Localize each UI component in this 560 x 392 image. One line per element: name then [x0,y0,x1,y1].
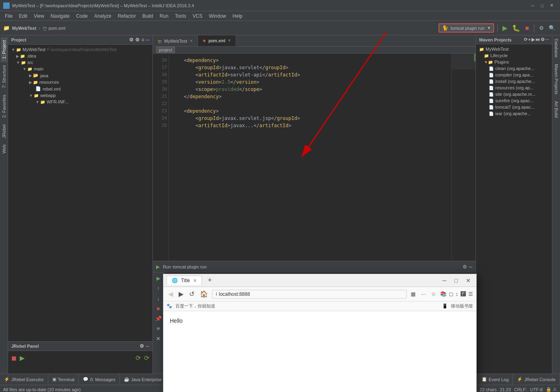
sidebar-tab-structure[interactable]: 7: Structure [1,62,7,91]
maven-lifecycle[interactable]: 📁 Lifecycle [478,52,550,59]
stop-run-icon[interactable]: ■ [156,304,161,313]
tree-item-main[interactable]: ▼ 📁 main [8,66,152,72]
project-settings-icon[interactable]: ⚙ [129,37,134,43]
rebel-action2-icon[interactable]: ⟳ [144,354,149,362]
tree-item-rebel[interactable]: 📄 rebel.xml [8,85,152,92]
settings-button[interactable]: ⚙ [537,24,546,32]
rebel-action1-icon[interactable]: ⟳ [136,354,141,362]
rerun-icon[interactable]: ▶ [155,274,162,283]
editor-tab-pomxml[interactable]: ◈ pom.xml ✕ [198,35,236,46]
rebel-settings-icon[interactable]: ⚙ [140,343,144,349]
maven-root[interactable]: 📁 MyWebTest [478,46,550,52]
browser-tab[interactable]: 🌐 Title ✕ [167,276,202,285]
maven-skip-icon[interactable]: ⏭ [535,37,540,42]
maven-plugin-site[interactable]: 📄 site (org.apache.m... [478,91,550,97]
browser-minimize-btn[interactable]: ─ [440,276,449,285]
menu-run[interactable]: Run [156,12,172,20]
search-button[interactable]: 🔍 [547,24,557,32]
tree-item-idea[interactable]: ▶ 📁 .idea [8,53,152,59]
tool-tab-messages[interactable]: 💬 0: Messages [79,374,119,385]
more-btn[interactable]: ··· [420,290,427,298]
project-expand-icon[interactable]: ≡ [141,37,144,43]
maven-plugin-war[interactable]: 📄 war (org.apache... [478,110,550,117]
run-minimize-icon[interactable]: ─ [469,264,472,270]
sidebar-tab-favorites[interactable]: 2: Favorites [1,91,7,121]
maven-plugin-surefire[interactable]: 📄 surefire (org.apac... [478,97,550,104]
tab-icon[interactable]: ◻ [449,291,453,297]
rebel-minimize-icon[interactable]: ─ [146,343,149,349]
back-btn[interactable]: ◀ [167,289,175,299]
sidebar-tab-web[interactable]: Web [1,141,7,157]
browser-maximize-btn[interactable]: □ [452,276,460,285]
browser-close-btn[interactable]: ✕ [463,276,473,285]
forward-btn[interactable]: ▶ [177,289,185,299]
browser-tab-close-icon[interactable]: ✕ [193,278,197,283]
menu-window[interactable]: Window [206,12,229,20]
maven-plugin-clean[interactable]: 📄 clean (org.apache... [478,65,550,72]
maven-play-icon[interactable]: ▶ [531,37,535,42]
menu-view[interactable]: View [31,12,47,20]
menu-hamburger-icon[interactable]: ☰ [468,291,473,297]
sidebar-tab-jrebel[interactable]: JRebel [1,121,7,141]
menu-vcs[interactable]: VCS [189,12,206,20]
maven-plugin-resources[interactable]: 📄 resources (org.ap... [478,85,550,91]
qr-icon[interactable]: ▦ [409,290,417,298]
editor-tab-mywebtest[interactable]: m̲ MyWebTest ✕ [153,35,198,46]
menu-help[interactable]: Help [229,12,246,20]
menu-edit[interactable]: Edit [16,12,31,20]
filter-icon[interactable]: ≡ [156,324,161,333]
menu-code[interactable]: Code [73,12,91,20]
menu-tools[interactable]: Tools [172,12,189,20]
stop-button[interactable]: ■ [523,24,531,33]
minimize-btn[interactable]: ─ [528,3,538,8]
close-btn[interactable]: ✕ [547,3,557,8]
menu-analyze[interactable]: Analyze [91,12,115,20]
maximize-btn[interactable]: □ [537,3,547,8]
maven-plugin-compiler[interactable]: 📄 compiler (org.apa... [478,72,550,78]
maven-add-icon[interactable]: + [528,37,531,42]
maven-settings-icon[interactable]: ⚙ [541,37,545,42]
maven-refresh-icon[interactable]: ⟳ [524,37,527,42]
rebel-run-icon[interactable]: ▶ [20,354,25,362]
run-settings-icon[interactable]: ⚙ [463,264,467,270]
run-tab-label[interactable]: Run tomcat plugin run [163,264,207,269]
tool-tab-enterprise[interactable]: ☕ Java Enterprise [120,374,166,385]
tree-root[interactable]: ▼ 📁 MyWebTest F:\workspace\IdeaProjects\… [8,46,152,53]
tool-tab-jrebel-executor[interactable]: ⚡ JRebel Executor [0,374,48,385]
tree-item-src[interactable]: ▼ 📁 src [8,59,152,66]
menu-refactor[interactable]: Refactor [115,12,139,20]
right-tab-database[interactable]: Database [553,35,560,61]
maven-plugin-install[interactable]: 📄 install (org.apache... [478,78,550,85]
pin-icon[interactable]: 📌 [154,314,163,323]
code-editor[interactable]: <dependency> <groupId>javax.servlet</gro… [169,54,451,261]
right-tab-maven[interactable]: Maven Projects [553,61,560,98]
tree-item-resources[interactable]: ▶ 📁 resources [8,79,152,85]
debug-button[interactable]: 🐛 [511,23,522,33]
library-icon[interactable]: 📚 [440,291,447,297]
tab-close-icon[interactable]: ✕ [189,39,193,43]
tree-item-java[interactable]: ▶ 📂 java [8,72,152,79]
menu-build[interactable]: Build [139,12,156,20]
address-bar[interactable]: ℹ localhost:8888 [212,290,407,299]
menu-navigate[interactable]: Navigate [47,12,73,20]
scroll-down-icon[interactable]: ↓ [156,294,161,303]
tool-tab-terminal[interactable]: ▣ Terminal [48,374,79,385]
close-run-icon[interactable]: ✕ [155,334,162,343]
mobile-bookmark-label[interactable]: 移动版书签 [451,303,473,309]
menu-file[interactable]: File [2,12,16,20]
maven-plugins[interactable]: ▼📁 Plugins [478,59,550,65]
project-minimize-icon[interactable]: ─ [146,37,149,43]
run-button[interactable]: ▶ [501,23,509,33]
home-btn[interactable]: 🏠 [198,289,210,299]
tool-tab-eventlog[interactable]: 📋 Event Log [478,374,513,385]
new-tab-icon[interactable]: + [205,276,214,285]
sidebar-tab-project[interactable]: 1: Project [1,37,7,62]
scroll-up-icon[interactable]: ↑ [156,284,161,293]
reload-btn[interactable]: ↺ [187,289,196,299]
sync-icon[interactable]: ↕ [456,291,459,297]
bookmark-star-icon[interactable]: ☆ [430,290,438,298]
tool-tab-jrebel-console[interactable]: ⚡ JRebel Console [513,374,560,385]
tree-item-wfr[interactable]: ▼ 📁 WFR-INF... [8,99,152,105]
maven-plugin-tomcat7[interactable]: 📄 tomcat7 (org.apac... [478,104,550,110]
maven-minimize-icon[interactable]: ─ [546,37,549,42]
